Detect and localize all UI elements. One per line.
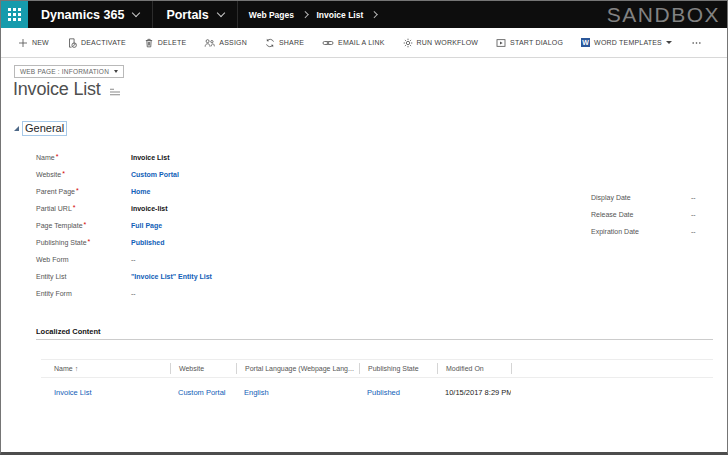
chevron-right-icon	[302, 11, 308, 17]
column-header-website[interactable]: Website	[170, 363, 236, 374]
area-switcher-portals[interactable]: Portals	[153, 1, 237, 28]
page-title: Invoice List	[13, 79, 121, 100]
app-window: Dynamics 365 Portals Web Pages Invoice L…	[0, 0, 728, 455]
general-fields-right: Display Date -- Release Date -- Expirati…	[591, 194, 696, 245]
caret-down-icon	[114, 70, 118, 73]
cell-empty	[511, 388, 713, 397]
app-launcher-button[interactable]	[1, 1, 28, 28]
breadcrumb-web-pages[interactable]: Web Pages	[249, 10, 294, 20]
app-name: Dynamics 365	[41, 8, 124, 22]
field-entity-form: Entity Form --	[36, 290, 212, 307]
area-name: Portals	[166, 8, 208, 22]
field-partial-url: Partial URL invoice-list	[36, 205, 212, 222]
field-web-form-value[interactable]: --	[131, 256, 136, 263]
run-workflow-button[interactable]: RUN WORKFLOW	[394, 38, 488, 48]
share-button[interactable]: SHARE	[256, 38, 313, 48]
field-entity-form-value[interactable]: --	[131, 290, 136, 297]
localized-content-title: Localized Content	[36, 327, 101, 336]
email-a-link-button[interactable]: EMAIL A LINK	[313, 38, 394, 48]
word-logo-icon: W	[581, 38, 590, 47]
top-nav-bar: Dynamics 365 Portals Web Pages Invoice L…	[1, 1, 727, 28]
cell-publishing-state[interactable]: Published	[359, 388, 437, 397]
plus-icon	[18, 38, 28, 48]
deactivate-icon	[67, 38, 77, 48]
play-box-icon	[496, 38, 506, 48]
ellipsis-icon	[690, 38, 703, 48]
localized-content-grid: Name ↑ Website Portal Language (Webpage …	[41, 359, 713, 397]
grid-header-row: Name ↑ Website Portal Language (Webpage …	[41, 359, 713, 378]
command-bar: NEW DEACTIVATE DELETE ASSIGN SHARE EMAIL…	[1, 28, 727, 58]
field-website: Website Custom Portal	[36, 171, 212, 188]
app-switcher-dynamics365[interactable]: Dynamics 365	[28, 1, 153, 28]
column-header-empty	[511, 363, 713, 374]
section-general-label: General	[23, 122, 66, 135]
cell-modified-on: 10/15/2017 8:29 PM	[437, 388, 511, 397]
delete-button[interactable]: DELETE	[135, 38, 195, 48]
field-parent-page: Parent Page Home	[36, 188, 212, 205]
breadcrumb: Web Pages Invoice List	[238, 1, 388, 28]
chevron-down-icon	[217, 9, 225, 17]
field-web-form: Web Form --	[36, 256, 212, 273]
field-website-value[interactable]: Custom Portal	[131, 171, 179, 178]
trash-icon	[144, 38, 154, 48]
assign-people-icon	[204, 38, 215, 48]
field-release-date: Release Date --	[591, 211, 696, 228]
form-selector[interactable]: WEB PAGE : INFORMATION	[14, 65, 124, 78]
record-title: Invoice List	[13, 79, 101, 100]
field-display-date-value[interactable]: --	[691, 194, 696, 201]
chevron-down-icon	[132, 9, 140, 17]
environment-badge: SANDBOX	[607, 1, 727, 28]
deactivate-button[interactable]: DEACTIVATE	[58, 38, 135, 48]
collapse-triangle-icon	[14, 126, 19, 131]
column-header-publishing-state[interactable]: Publishing State	[359, 363, 437, 374]
cell-portal-language[interactable]: English	[236, 388, 359, 397]
field-expiration-date: Expiration Date --	[591, 228, 696, 245]
caret-down-icon	[666, 41, 672, 44]
word-templates-button[interactable]: W WORD TEMPLATES	[572, 38, 681, 47]
cell-website[interactable]: Custom Portal	[170, 388, 236, 397]
field-display-date: Display Date --	[591, 194, 696, 211]
chevron-right-icon	[371, 11, 377, 17]
new-button[interactable]: NEW	[9, 38, 58, 48]
cell-name[interactable]: Invoice List	[41, 388, 170, 397]
field-entity-list-value[interactable]: "Invoice List" Entity List	[131, 273, 212, 280]
general-fields-left: Name Invoice List Website Custom Portal …	[36, 154, 212, 307]
breadcrumb-invoice-list[interactable]: Invoice List	[316, 10, 363, 20]
section-general-header[interactable]: General	[14, 122, 66, 135]
column-header-modified-on[interactable]: Modified On	[437, 363, 511, 374]
column-header-portal-language[interactable]: Portal Language (Webpage Lang...	[236, 363, 359, 374]
column-header-name[interactable]: Name ↑	[41, 363, 170, 374]
start-dialog-button[interactable]: START DIALOG	[487, 38, 572, 48]
field-parent-page-value[interactable]: Home	[131, 188, 150, 195]
field-release-date-value[interactable]: --	[691, 211, 696, 218]
link-icon	[322, 38, 334, 48]
form-selector-list-icon[interactable]	[109, 88, 121, 97]
field-publishing-state-value[interactable]: Published	[131, 239, 164, 246]
gear-icon	[403, 38, 413, 48]
form-selector-label: WEB PAGE : INFORMATION	[20, 68, 109, 75]
assign-button[interactable]: ASSIGN	[195, 38, 256, 48]
field-page-template: Page Template Full Page	[36, 222, 212, 239]
grid-row-invoice-list[interactable]: Invoice List Custom Portal English Publi…	[41, 388, 713, 397]
field-partial-url-value[interactable]: invoice-list	[131, 205, 168, 212]
sort-ascending-icon: ↑	[75, 365, 79, 372]
field-name: Name Invoice List	[36, 154, 212, 171]
field-expiration-date-value[interactable]: --	[691, 228, 696, 235]
field-entity-list: Entity List "Invoice List" Entity List	[36, 273, 212, 290]
section-divider	[36, 339, 713, 340]
field-name-value[interactable]: Invoice List	[131, 154, 170, 161]
field-publishing-state: Publishing State Published	[36, 239, 212, 256]
more-commands-button[interactable]	[681, 38, 712, 48]
field-page-template-value[interactable]: Full Page	[131, 222, 162, 229]
waffle-icon	[8, 8, 21, 21]
share-icon	[265, 38, 275, 48]
